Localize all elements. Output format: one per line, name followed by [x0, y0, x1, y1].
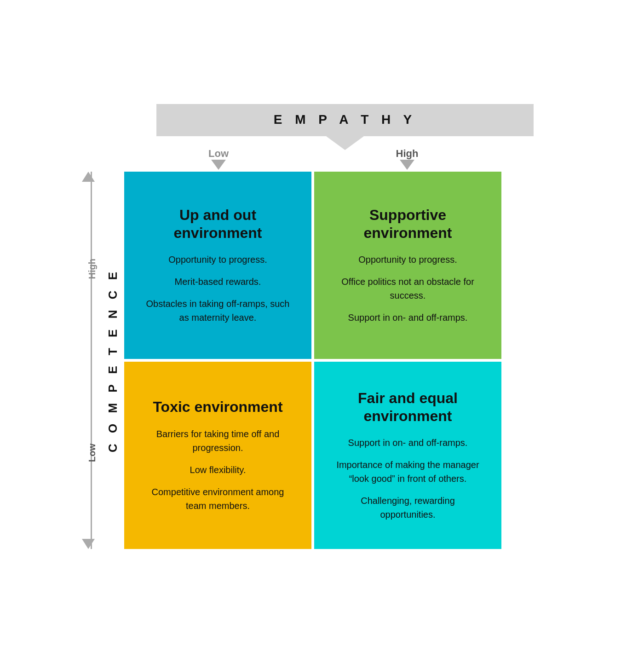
top-left-point-1: Opportunity to progress.	[143, 253, 293, 266]
bottom-right-point-3: Challenging, rewarding opportunities.	[333, 494, 483, 521]
competence-side-labels: High Low	[87, 172, 101, 549]
quadrant-top-left: Up and out environment Opportunity to pr…	[124, 172, 311, 359]
arrow-down-icon-right	[400, 160, 414, 170]
quadrant-grid: Up and out environment Opportunity to pr…	[124, 172, 501, 549]
quadrant-bottom-left: Toxic environment Barriers for taking ti…	[124, 362, 311, 549]
empathy-label: E M P A T H Y	[274, 112, 416, 127]
main-area: C O M P E T E N C E High Low Up and out …	[78, 172, 566, 549]
top-right-point-1: Opportunity to progress.	[333, 253, 483, 266]
arrow-right	[313, 160, 501, 170]
quadrant-top-left-title: Up and out environment	[143, 206, 293, 242]
diagram-container: E M P A T H Y Low High C O M P E T E N C…	[78, 104, 566, 549]
competence-label: C O M P E T E N C E	[106, 268, 120, 452]
competence-axis: C O M P E T E N C E High Low	[78, 172, 124, 549]
top-right-point-3: Support in on- and off-ramps.	[333, 311, 483, 324]
empathy-low-label: Low	[124, 148, 313, 160]
quadrant-bottom-right-title: Fair and equal environment	[333, 389, 483, 425]
empathy-arrows	[78, 160, 566, 170]
top-left-point-2: Merit-based rewards.	[143, 275, 293, 289]
empathy-high-label: High	[313, 148, 501, 160]
competence-high-label: High	[87, 259, 98, 279]
empathy-row: E M P A T H Y	[78, 104, 566, 148]
top-right-point-2: Office politics not an obstacle for succ…	[333, 275, 483, 302]
quadrant-top-left-body: Opportunity to progress. Merit-based rew…	[143, 253, 293, 324]
quadrant-bottom-left-title: Toxic environment	[153, 398, 282, 416]
empathy-banner: E M P A T H Y	[156, 104, 534, 150]
bottom-right-point-2: Importance of making the manager “look g…	[333, 458, 483, 485]
arrow-left	[124, 160, 313, 170]
top-left-point-3: Obstacles in taking off-ramps, such as m…	[143, 297, 293, 324]
quadrant-bottom-right: Fair and equal environment Support in on…	[314, 362, 501, 549]
quadrant-bottom-left-body: Barriers for taking time off and progres…	[143, 427, 293, 513]
arrow-down-icon-left	[211, 160, 226, 170]
axis-labels-top: Low High	[78, 148, 566, 160]
bottom-left-point-1: Barriers for taking time off and progres…	[143, 427, 293, 455]
bottom-right-point-1: Support in on- and off-ramps.	[333, 436, 483, 450]
quadrant-bottom-right-body: Support in on- and off-ramps. Importance…	[333, 436, 483, 521]
quadrant-top-right-body: Opportunity to progress. Office politics…	[333, 253, 483, 324]
quadrant-top-right-title: Supportive environment	[333, 206, 483, 242]
bottom-left-point-2: Low flexibility.	[143, 463, 293, 477]
competence-low-label: Low	[87, 444, 98, 462]
quadrant-top-right: Supportive environment Opportunity to pr…	[314, 172, 501, 359]
bottom-left-point-3: Competitive environment among team membe…	[143, 485, 293, 513]
